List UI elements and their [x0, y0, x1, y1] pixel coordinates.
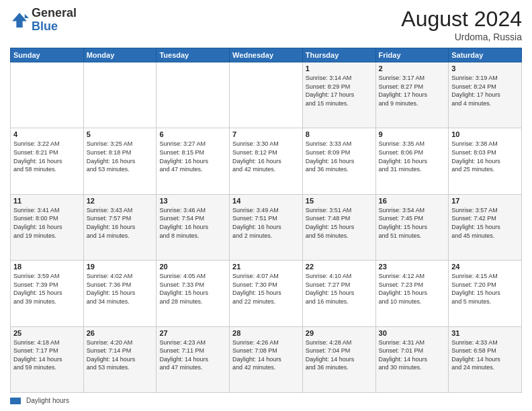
day-number: 17 — [451, 197, 519, 205]
calendar-cell: 9Sunrise: 3:35 AM Sunset: 8:06 PM Daylig… — [375, 128, 449, 194]
daylight-swatch — [10, 398, 21, 404]
footer: Daylight hours — [10, 397, 522, 404]
day-number: 26 — [87, 329, 154, 337]
calendar-day-header: Monday — [83, 48, 157, 62]
day-info: Sunrise: 3:46 AM Sunset: 7:54 PM Dayligh… — [159, 206, 226, 240]
calendar-cell: 19Sunrise: 4:02 AM Sunset: 7:36 PM Dayli… — [83, 261, 157, 326]
day-number: 2 — [379, 64, 446, 73]
day-number: 29 — [306, 329, 373, 337]
calendar-cell: 30Sunrise: 4:31 AM Sunset: 7:01 PM Dayli… — [375, 326, 449, 392]
logo-text: General Blue — [32, 7, 77, 34]
calendar-cell: 18Sunrise: 3:59 AM Sunset: 7:39 PM Dayli… — [11, 261, 84, 326]
calendar-day-header: Thursday — [302, 48, 375, 62]
day-number: 1 — [306, 64, 373, 73]
day-info: Sunrise: 3:54 AM Sunset: 7:45 PM Dayligh… — [379, 206, 446, 240]
day-number: 16 — [379, 197, 446, 205]
calendar-cell: 20Sunrise: 4:05 AM Sunset: 7:33 PM Dayli… — [157, 261, 230, 326]
day-number: 18 — [13, 263, 81, 271]
day-info: Sunrise: 3:49 AM Sunset: 7:51 PM Dayligh… — [232, 206, 300, 240]
day-info: Sunrise: 3:41 AM Sunset: 8:00 PM Dayligh… — [13, 206, 81, 240]
calendar-cell: 23Sunrise: 4:12 AM Sunset: 7:23 PM Dayli… — [375, 261, 449, 326]
day-info: Sunrise: 4:18 AM Sunset: 7:17 PM Dayligh… — [13, 338, 81, 372]
calendar-cell: 26Sunrise: 4:20 AM Sunset: 7:14 PM Dayli… — [83, 326, 157, 392]
calendar-week-row: 18Sunrise: 3:59 AM Sunset: 7:39 PM Dayli… — [11, 261, 522, 326]
day-info: Sunrise: 4:33 AM Sunset: 6:58 PM Dayligh… — [451, 338, 519, 372]
day-number: 3 — [451, 64, 519, 73]
day-number: 9 — [379, 130, 446, 138]
day-number: 23 — [379, 263, 446, 271]
day-info: Sunrise: 3:51 AM Sunset: 7:48 PM Dayligh… — [306, 206, 373, 240]
calendar-cell: 11Sunrise: 3:41 AM Sunset: 8:00 PM Dayli… — [11, 194, 84, 260]
calendar-cell: 8Sunrise: 3:33 AM Sunset: 8:09 PM Daylig… — [302, 128, 375, 194]
day-number: 13 — [159, 197, 226, 205]
day-info: Sunrise: 4:23 AM Sunset: 7:11 PM Dayligh… — [159, 338, 226, 372]
day-number: 15 — [306, 197, 373, 205]
day-info: Sunrise: 4:26 AM Sunset: 7:08 PM Dayligh… — [232, 338, 300, 372]
day-number: 11 — [13, 197, 81, 205]
day-number: 28 — [232, 329, 300, 337]
calendar-cell: 22Sunrise: 4:10 AM Sunset: 7:27 PM Dayli… — [302, 261, 375, 326]
calendar-cell — [157, 62, 230, 128]
calendar-day-header: Sunday — [11, 48, 84, 62]
day-info: Sunrise: 3:25 AM Sunset: 8:18 PM Dayligh… — [87, 140, 154, 173]
page: General Blue August 2024 Urdoma, Russia … — [0, 0, 532, 411]
day-info: Sunrise: 4:10 AM Sunset: 7:27 PM Dayligh… — [306, 272, 373, 306]
day-number: 14 — [232, 197, 300, 205]
day-info: Sunrise: 4:15 AM Sunset: 7:20 PM Dayligh… — [451, 272, 519, 306]
day-number: 4 — [13, 130, 81, 138]
calendar-cell — [11, 62, 84, 128]
day-number: 8 — [306, 130, 373, 138]
day-info: Sunrise: 4:02 AM Sunset: 7:36 PM Dayligh… — [87, 272, 154, 306]
calendar-cell: 27Sunrise: 4:23 AM Sunset: 7:11 PM Dayli… — [157, 326, 230, 392]
daylight-label: Daylight hours — [26, 397, 69, 404]
calendar-cell: 29Sunrise: 4:28 AM Sunset: 7:04 PM Dayli… — [302, 326, 375, 392]
day-info: Sunrise: 3:17 AM Sunset: 8:27 PM Dayligh… — [379, 74, 446, 107]
calendar-cell: 16Sunrise: 3:54 AM Sunset: 7:45 PM Dayli… — [375, 194, 449, 260]
day-info: Sunrise: 4:31 AM Sunset: 7:01 PM Dayligh… — [379, 338, 446, 372]
logo-blue: Blue — [32, 19, 58, 33]
day-number: 24 — [451, 263, 519, 271]
calendar-cell: 5Sunrise: 3:25 AM Sunset: 8:18 PM Daylig… — [83, 128, 157, 194]
day-info: Sunrise: 3:57 AM Sunset: 7:42 PM Dayligh… — [451, 206, 519, 240]
calendar-cell: 15Sunrise: 3:51 AM Sunset: 7:48 PM Dayli… — [302, 194, 375, 260]
calendar-day-header: Friday — [375, 48, 449, 62]
calendar-cell: 25Sunrise: 4:18 AM Sunset: 7:17 PM Dayli… — [11, 326, 84, 392]
calendar-cell: 7Sunrise: 3:30 AM Sunset: 8:12 PM Daylig… — [230, 128, 303, 194]
day-number: 27 — [159, 329, 226, 337]
day-info: Sunrise: 4:07 AM Sunset: 7:30 PM Dayligh… — [232, 272, 300, 306]
day-info: Sunrise: 4:28 AM Sunset: 7:04 PM Dayligh… — [306, 338, 373, 372]
calendar-cell: 1Sunrise: 3:14 AM Sunset: 8:29 PM Daylig… — [302, 62, 375, 128]
calendar-cell: 6Sunrise: 3:27 AM Sunset: 8:15 PM Daylig… — [157, 128, 230, 194]
calendar-cell: 24Sunrise: 4:15 AM Sunset: 7:20 PM Dayli… — [449, 261, 522, 326]
day-info: Sunrise: 3:14 AM Sunset: 8:29 PM Dayligh… — [306, 74, 373, 107]
calendar-cell: 2Sunrise: 3:17 AM Sunset: 8:27 PM Daylig… — [375, 62, 449, 128]
calendar-cell: 3Sunrise: 3:19 AM Sunset: 8:24 PM Daylig… — [449, 62, 522, 128]
day-number: 5 — [87, 130, 154, 138]
day-info: Sunrise: 4:20 AM Sunset: 7:14 PM Dayligh… — [87, 338, 154, 372]
day-number: 22 — [306, 263, 373, 271]
calendar-cell: 10Sunrise: 3:38 AM Sunset: 8:03 PM Dayli… — [449, 128, 522, 194]
day-info: Sunrise: 3:22 AM Sunset: 8:21 PM Dayligh… — [13, 140, 81, 173]
day-info: Sunrise: 4:05 AM Sunset: 7:33 PM Dayligh… — [159, 272, 226, 306]
svg-marker-0 — [12, 13, 27, 28]
day-number: 7 — [232, 130, 300, 138]
svg-marker-1 — [25, 13, 29, 17]
day-info: Sunrise: 3:33 AM Sunset: 8:09 PM Dayligh… — [306, 140, 373, 173]
calendar-cell: 17Sunrise: 3:57 AM Sunset: 7:42 PM Dayli… — [449, 194, 522, 260]
day-info: Sunrise: 3:59 AM Sunset: 7:39 PM Dayligh… — [13, 272, 81, 306]
day-info: Sunrise: 3:38 AM Sunset: 8:03 PM Dayligh… — [451, 140, 519, 173]
calendar-day-header: Tuesday — [157, 48, 230, 62]
calendar-week-row: 25Sunrise: 4:18 AM Sunset: 7:17 PM Dayli… — [11, 326, 522, 392]
day-info: Sunrise: 4:12 AM Sunset: 7:23 PM Dayligh… — [379, 272, 446, 306]
day-number: 19 — [87, 263, 154, 271]
day-number: 30 — [379, 329, 446, 337]
calendar-cell: 21Sunrise: 4:07 AM Sunset: 7:30 PM Dayli… — [230, 261, 303, 326]
day-info: Sunrise: 3:30 AM Sunset: 8:12 PM Dayligh… — [232, 140, 300, 173]
calendar-cell: 4Sunrise: 3:22 AM Sunset: 8:21 PM Daylig… — [11, 128, 84, 194]
logo-general: General — [32, 6, 77, 19]
day-number: 6 — [159, 130, 226, 138]
location-subtitle: Urdoma, Russia — [401, 32, 522, 42]
calendar-cell — [83, 62, 157, 128]
title-block: August 2024 Urdoma, Russia — [401, 7, 522, 42]
calendar-cell — [230, 62, 303, 128]
